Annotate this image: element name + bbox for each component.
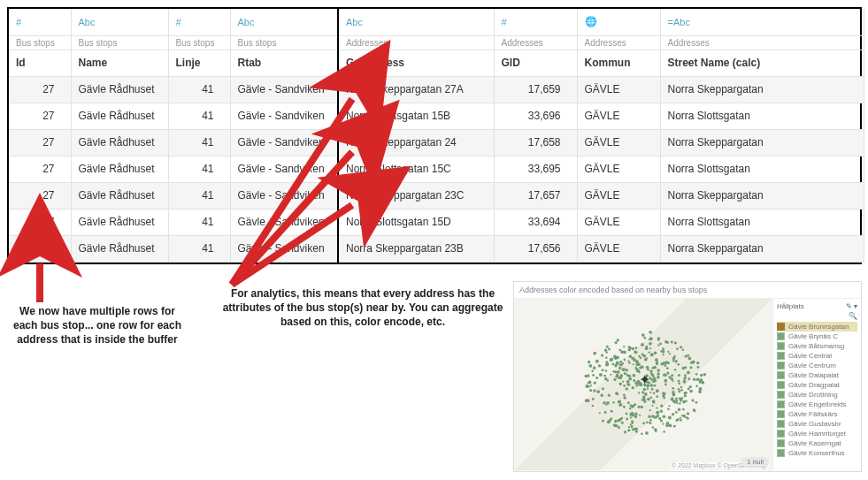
cell: Norra Slottsgatan xyxy=(660,103,864,129)
legend-item[interactable]: Gävle Fältskärs xyxy=(777,409,857,419)
map-canvas[interactable]: ✦ © 2022 Mapbox © OpenStreetMap 1 null xyxy=(514,299,772,470)
svg-point-140 xyxy=(616,424,618,427)
svg-point-384 xyxy=(605,361,608,363)
svg-point-409 xyxy=(642,423,645,425)
table-row[interactable]: 27Gävle Rådhuset41Gävle - SandvikenNorra… xyxy=(9,129,864,156)
legend-item[interactable]: Gävle Drottning xyxy=(777,390,857,400)
svg-point-268 xyxy=(653,385,656,387)
legend-item[interactable]: Gävle Brynäs C xyxy=(777,331,857,341)
legend-item[interactable]: Gävle Dalapalat xyxy=(777,370,857,380)
legend-item[interactable]: Gävle Gustavsbr xyxy=(777,419,857,429)
svg-point-36 xyxy=(623,396,626,399)
svg-point-342 xyxy=(629,413,633,416)
svg-point-344 xyxy=(633,356,635,359)
col-header[interactable]: Kommun xyxy=(577,50,660,76)
svg-point-411 xyxy=(678,408,680,410)
svg-point-406 xyxy=(660,419,663,422)
table-row[interactable]: 27Gävle Rådhuset41Gävle - SandvikenNorra… xyxy=(9,76,864,103)
legend-search-icon[interactable]: 🔍 xyxy=(849,312,857,320)
svg-point-422 xyxy=(666,341,669,344)
map-svg: ✦ xyxy=(514,299,772,470)
svg-point-195 xyxy=(641,333,645,337)
col-header[interactable]: Street Name (calc) xyxy=(660,50,864,76)
svg-point-49 xyxy=(699,387,703,391)
legend-item[interactable]: Gävle Central xyxy=(777,351,857,361)
svg-point-417 xyxy=(619,383,622,385)
svg-point-314 xyxy=(697,366,700,369)
legend-item[interactable]: Gävle Dragpalat xyxy=(777,380,857,390)
legend-label: Gävle Dalapalat xyxy=(788,371,839,379)
legend-swatch xyxy=(777,449,785,457)
table-row[interactable]: 27Gävle Rådhuset41Gävle - SandvikenNorra… xyxy=(9,182,864,209)
svg-point-334 xyxy=(693,408,695,411)
svg-point-168 xyxy=(638,355,641,358)
svg-point-240 xyxy=(607,420,611,423)
svg-point-24 xyxy=(602,387,604,390)
svg-point-285 xyxy=(628,348,631,351)
svg-point-346 xyxy=(650,373,653,376)
col-type: Abc xyxy=(230,9,338,35)
table-row[interactable]: 27Gävle Rådhuset41Gävle - SandvikenNorra… xyxy=(9,209,864,235)
svg-point-385 xyxy=(626,374,629,377)
table: #Abc#AbcAbc#🌐=AbcBus stopsBus stopsBus s… xyxy=(9,9,864,263)
svg-point-245 xyxy=(646,366,649,369)
svg-point-119 xyxy=(664,379,667,383)
svg-point-138 xyxy=(671,341,673,344)
svg-point-62 xyxy=(648,415,650,417)
svg-point-250 xyxy=(657,362,658,363)
legend-label: Gävle Hamntorget xyxy=(788,430,846,438)
svg-point-147 xyxy=(633,379,635,382)
legend-label: Gävle Gustavsbr xyxy=(788,420,841,428)
legend-item[interactable]: Gävle Båtsmansg xyxy=(777,341,857,351)
cell: 41 xyxy=(168,156,230,182)
table-row[interactable]: 27Gävle Rådhuset41Gävle - SandvikenNorra… xyxy=(9,103,864,129)
svg-point-107 xyxy=(602,420,604,423)
svg-point-91 xyxy=(674,360,677,362)
svg-point-316 xyxy=(676,347,679,350)
legend-label: Gävle Central xyxy=(788,352,832,360)
legend-swatch xyxy=(777,391,785,399)
legend-swatch xyxy=(777,400,785,408)
legend-swatch xyxy=(777,332,785,340)
svg-point-392 xyxy=(687,377,690,380)
svg-point-416 xyxy=(675,398,678,400)
legend-item[interactable]: Gävle Kaserngat xyxy=(777,438,857,448)
svg-point-128 xyxy=(622,368,626,371)
table-row[interactable]: 27Gävle Rådhuset41Gävle - SandvikenNorra… xyxy=(9,156,864,182)
col-header[interactable]: Id xyxy=(9,50,71,76)
svg-point-201 xyxy=(593,389,595,392)
legend-swatch xyxy=(777,430,785,438)
highlight-icon[interactable]: ✎ ▾ xyxy=(846,302,857,310)
legend-item[interactable]: Gävle Engelbrekts xyxy=(777,400,857,409)
svg-point-312 xyxy=(608,348,611,351)
cell: 27 xyxy=(9,156,71,182)
datatype-icon: Abc xyxy=(346,17,363,27)
svg-point-233 xyxy=(588,364,592,368)
col-header[interactable]: Linje xyxy=(168,50,230,76)
svg-point-12 xyxy=(664,384,667,386)
col-header[interactable]: GID xyxy=(494,50,577,76)
legend-item[interactable]: Gävle Centrum xyxy=(777,361,857,370)
col-source: Bus stops xyxy=(9,35,71,50)
cell: Norra Slottsgatan xyxy=(660,156,864,182)
svg-point-179 xyxy=(687,417,689,420)
svg-point-368 xyxy=(643,337,646,339)
col-header[interactable]: Rtab xyxy=(230,50,338,76)
table-row[interactable]: 27Gävle Rådhuset41Gävle - SandvikenNorra… xyxy=(9,235,864,262)
svg-point-224 xyxy=(666,371,669,374)
legend-item[interactable]: Gävle Hamntorget xyxy=(777,429,857,438)
svg-point-42 xyxy=(662,423,664,424)
col-header[interactable]: Name xyxy=(71,50,168,76)
legend-item[interactable]: Gävle Brunnsgatan xyxy=(777,322,857,331)
cell: 33,696 xyxy=(494,103,577,129)
svg-point-393 xyxy=(672,357,675,360)
datatype-icon: # xyxy=(176,17,181,27)
svg-point-260 xyxy=(618,403,621,406)
svg-point-339 xyxy=(623,359,626,362)
legend-item[interactable]: Gävle Konserthus xyxy=(777,448,857,458)
map-null-pill[interactable]: 1 null xyxy=(741,457,769,467)
svg-point-313 xyxy=(592,398,595,400)
svg-point-186 xyxy=(649,339,650,340)
col-header[interactable]: Gatuadress xyxy=(338,50,494,76)
svg-point-193 xyxy=(682,408,685,411)
